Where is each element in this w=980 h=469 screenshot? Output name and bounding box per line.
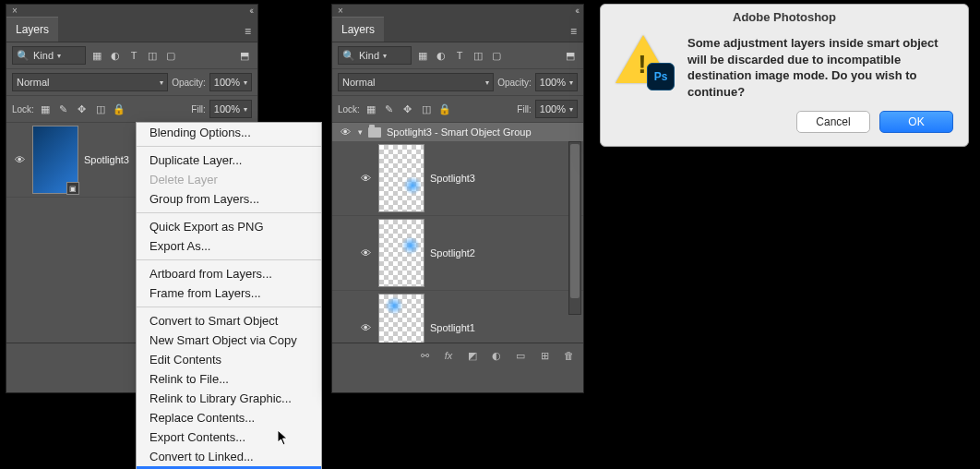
visibility-icon[interactable]: 👁 (358, 247, 373, 259)
visibility-icon[interactable]: 👁 (338, 126, 353, 138)
fx-icon[interactable]: fx (441, 348, 456, 363)
blend-mode-select[interactable]: Normal ▾ (338, 73, 494, 91)
layer-thumbnail[interactable] (378, 144, 424, 212)
chevron-down-icon: ▾ (160, 78, 163, 87)
menu-item[interactable]: Replace Contents... (137, 408, 321, 427)
ps-app-icon: Ps (647, 63, 675, 90)
filter-toggle-icon[interactable]: ⬒ (563, 48, 578, 63)
cancel-button[interactable]: Cancel (796, 111, 870, 133)
filter-toggle-icon[interactable]: ⬒ (237, 48, 252, 63)
filter-smart-icon[interactable]: ▢ (489, 48, 504, 63)
close-icon[interactable]: × (12, 6, 18, 16)
ok-button[interactable]: OK (879, 111, 953, 133)
adjustment-icon[interactable]: ◐ (489, 348, 504, 363)
smart-object-badge-icon: ▣ (66, 182, 79, 195)
menu-item[interactable]: Blending Options... (137, 123, 321, 142)
group-name[interactable]: Spotlight3 - Smart Object Group (387, 126, 532, 138)
collapse-icon[interactable]: ‹‹ (249, 6, 252, 16)
layer-thumbnail[interactable] (378, 294, 424, 343)
layer-name[interactable]: Spotlight2 (430, 247, 475, 259)
kind-filter[interactable]: 🔍 Kind ▾ (338, 46, 412, 65)
layer-group-row[interactable]: 👁 ▾ Spotlight3 - Smart Object Group (332, 123, 583, 141)
menu-item[interactable]: Group from Layers... (137, 189, 321, 209)
menu-item[interactable]: Quick Export as PNG (137, 217, 321, 236)
context-menu: Blending Options...Duplicate Layer...Del… (136, 122, 322, 469)
kind-filter[interactable]: 🔍 Kind ▾ (12, 46, 86, 65)
layer-row[interactable]: 👁Spotlight3 (332, 141, 583, 216)
fill-label: Fill: (191, 104, 206, 114)
filter-adjust-icon[interactable]: ◐ (108, 48, 123, 63)
filter-smart-icon[interactable]: ▢ (163, 48, 178, 63)
filter-pixel-icon[interactable]: ▦ (415, 48, 430, 63)
filter-pixel-icon[interactable]: ▦ (90, 48, 104, 63)
lock-label: Lock: (12, 104, 34, 114)
menu-item[interactable]: Export As... (137, 236, 321, 256)
search-icon: 🔍 (342, 50, 355, 62)
chevron-down-icon: ▾ (485, 78, 489, 87)
fill-label: Fill: (517, 104, 532, 114)
mask-icon[interactable]: ◩ (465, 348, 480, 363)
panel-menu-icon[interactable]: ≡ (564, 21, 583, 42)
lock-transparency-icon[interactable]: ▦ (364, 102, 378, 116)
menu-item[interactable]: Convert to Linked... (137, 447, 321, 466)
layer-row[interactable]: 👁Spotlight1 (332, 291, 583, 343)
lock-paint-icon[interactable]: ✎ (382, 102, 397, 116)
search-icon: 🔍 (17, 50, 30, 62)
scrollbar[interactable] (568, 141, 581, 315)
menu-item[interactable]: Export Contents... (137, 427, 321, 447)
opacity-label: Opacity: (497, 78, 532, 88)
layer-name[interactable]: Spotlight1 (430, 322, 475, 333)
folder-icon (368, 127, 381, 138)
chevron-down-icon: ▾ (383, 52, 387, 60)
lock-label: Lock: (338, 104, 360, 114)
tab-layers[interactable]: Layers (332, 17, 384, 42)
lock-artboard-icon[interactable]: ◫ (419, 102, 434, 116)
blend-mode-select[interactable]: Normal ▾ (12, 73, 168, 91)
menu-item[interactable]: Convert to Smart Object (137, 311, 321, 331)
lock-all-icon[interactable]: 🔒 (437, 102, 452, 116)
filter-type-icon[interactable]: T (452, 48, 467, 63)
filter-type-icon[interactable]: T (126, 48, 141, 63)
new-layer-icon[interactable]: ⊞ (537, 348, 552, 363)
layer-name[interactable]: Spotlight3 (430, 173, 475, 184)
visibility-icon[interactable]: 👁 (358, 322, 373, 333)
link-icon[interactable]: ⚯ (417, 348, 432, 363)
fill-input[interactable]: 100% ▾ (535, 100, 578, 118)
layer-name[interactable]: Spotlight3 (84, 154, 129, 165)
menu-item[interactable]: Edit Contents (137, 350, 321, 369)
fill-input[interactable]: 100% ▾ (209, 100, 252, 118)
fill-value: 100% (214, 103, 240, 114)
filter-adjust-icon[interactable]: ◐ (434, 48, 448, 63)
menu-item[interactable]: Artboard from Layers... (137, 264, 321, 283)
lock-transparency-icon[interactable]: ▦ (38, 102, 53, 116)
filter-shape-icon[interactable]: ◫ (145, 48, 160, 63)
menu-item[interactable]: Duplicate Layer... (137, 150, 321, 170)
lock-position-icon[interactable]: ✥ (75, 102, 90, 116)
blend-mode-value: Normal (17, 77, 49, 88)
layer-row[interactable]: 👁Spotlight2 (332, 216, 583, 291)
lock-all-icon[interactable]: 🔒 (112, 102, 126, 116)
menu-item[interactable]: Relink to File... (137, 369, 321, 389)
disclosure-icon[interactable]: ▾ (358, 127, 363, 137)
close-icon[interactable]: × (338, 6, 343, 16)
panel-menu-icon[interactable]: ≡ (238, 21, 257, 42)
opacity-input[interactable]: 100% ▾ (535, 73, 578, 91)
layer-thumbnail[interactable] (378, 219, 424, 287)
filter-shape-icon[interactable]: ◫ (471, 48, 485, 63)
collapse-icon[interactable]: ‹‹ (575, 6, 578, 16)
menu-item[interactable]: New Smart Object via Copy (137, 331, 321, 350)
menu-item[interactable]: Relink to Library Graphic... (137, 389, 321, 408)
layer-thumbnail[interactable]: ▣ (32, 126, 78, 194)
lock-position-icon[interactable]: ✥ (400, 102, 415, 116)
lock-artboard-icon[interactable]: ◫ (93, 102, 108, 116)
visibility-icon[interactable]: 👁 (358, 173, 373, 184)
lock-paint-icon[interactable]: ✎ (56, 102, 71, 116)
chevron-down-icon: ▾ (569, 78, 573, 87)
visibility-icon[interactable]: 👁 (12, 154, 27, 165)
opacity-input[interactable]: 100% ▾ (209, 73, 252, 91)
tab-layers[interactable]: Layers (6, 17, 58, 42)
group-icon[interactable]: ▭ (513, 348, 528, 363)
opacity-value: 100% (540, 77, 566, 88)
trash-icon[interactable]: 🗑 (561, 348, 576, 363)
menu-item[interactable]: Frame from Layers... (137, 283, 321, 303)
